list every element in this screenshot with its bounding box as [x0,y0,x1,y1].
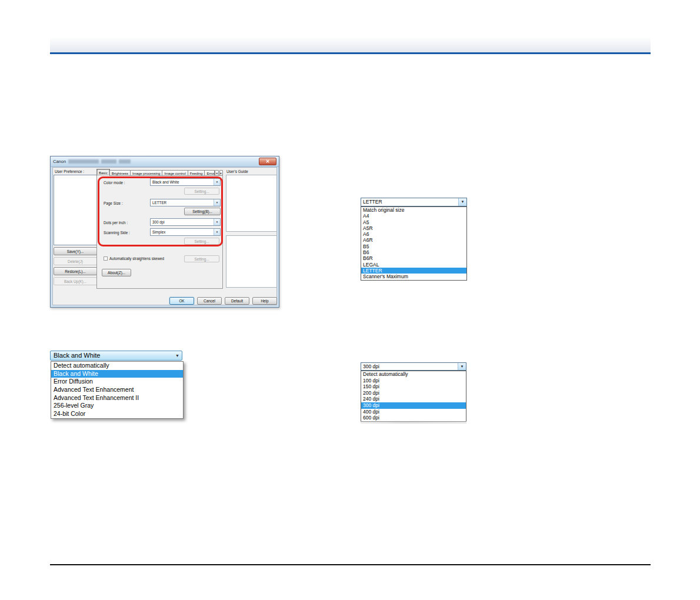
users-guide-panel-bottom [226,235,277,288]
chevron-down-icon: ▼ [458,363,466,370]
page-header-rule [50,33,651,54]
deskew-checkbox-label: Automatically straightens skewed [109,256,164,261]
page-size-select[interactable]: LETTER ▼ [150,199,221,206]
color-mode-options-list: Detect automatically Black and White Err… [51,361,184,419]
scanning-side-setting-button[interactable]: Setting... [184,238,219,245]
list-item[interactable]: 240 dpi [361,396,466,402]
list-item[interactable]: Advanced Text Enhancement [51,386,183,394]
chevron-down-icon: ▼ [214,229,220,235]
list-item[interactable]: Detect automatically [51,362,183,370]
list-item-selected[interactable]: Black and White [51,370,183,378]
dialog-titlebar[interactable]: Canon ✕ [51,156,279,167]
chevron-down-icon: ▼ [214,199,220,206]
scanning-side-label: Scanning Side : [104,231,130,235]
users-guide-panel-top [226,175,277,232]
page-footer-rule [50,564,651,565]
dpi-value: 300 dpi [152,220,165,224]
about-button[interactable]: About(Z)... [102,269,131,276]
list-item[interactable]: Scanner's Maximum [361,274,466,279]
ok-button[interactable]: OK [169,297,194,305]
list-item[interactable]: Detect automatically [361,371,466,378]
list-item[interactable]: 150 dpi [361,384,466,390]
list-item[interactable]: 600 dpi [361,415,466,421]
color-mode-select[interactable]: Black and White ▼ [150,178,221,186]
cropped-screenshot-edge [361,421,466,424]
list-item[interactable]: A6 [361,231,466,237]
chevron-down-icon: ▼ [214,219,220,225]
cancel-button[interactable]: Cancel [197,297,222,305]
default-button[interactable]: Default [225,297,249,305]
dpi-dropdown[interactable]: 300 dpi ▼ [361,362,466,371]
chevron-down-icon: ▼ [214,179,220,185]
page-size-value: LETTER [152,201,166,205]
users-guide-label: User's Guide [226,169,248,174]
scanning-side-select[interactable]: Simplex ▼ [150,228,221,236]
list-item-selected[interactable]: LETTER [361,268,466,274]
page-size-label: Page Size : [104,201,123,205]
backup-button[interactable]: Back Up(K)... [54,277,97,285]
scanning-side-value: Simplex [152,230,165,234]
dialog-title: Canon [53,159,66,164]
color-mode-dropdown-value: Black and White [54,352,100,359]
list-item[interactable]: Advanced Text Enhancement II [51,394,183,402]
redacted-title-segment [101,159,116,164]
list-item[interactable]: 400 dpi [361,409,466,415]
dpi-select[interactable]: 300 dpi ▼ [150,218,221,226]
deskew-checkbox-row[interactable]: Automatically straightens skewed [104,256,164,261]
list-item[interactable]: Match original size [361,207,466,213]
close-icon[interactable]: ✕ [259,158,276,165]
list-item[interactable]: LEGAL [361,262,466,268]
redacted-title-segment [119,159,131,164]
user-preference-listbox[interactable] [54,175,97,245]
list-item[interactable]: B5 [361,244,466,249]
dpi-label: Dots per inch : [104,221,128,225]
delete-button[interactable]: Delete(J) [54,257,97,265]
dpi-options-list: Detect automatically 100 dpi 150 dpi 200… [361,371,466,422]
list-item[interactable]: A5 [361,219,466,225]
redacted-title-segment [68,159,99,164]
chevron-down-icon: ▼ [175,351,179,360]
list-item[interactable]: 100 dpi [361,378,466,384]
deskew-setting-button[interactable]: Setting... [184,255,219,262]
user-preference-label: User Preference : [55,169,84,174]
list-item[interactable]: B6R [361,255,466,261]
page-size-setting-button[interactable]: Setting(B)... [184,208,221,215]
deskew-checkbox[interactable] [104,256,108,261]
scanner-properties-dialog: Canon ✕ User Preference : Save(Y)... Del… [50,156,279,308]
list-item[interactable]: 256-level Gray [51,402,183,410]
page-size-dropdown-value: LETTER [363,199,382,205]
color-mode-label: Color mode : [104,181,125,185]
list-item[interactable]: 24-bit Color [51,410,183,418]
dpi-dropdown-value: 300 dpi [363,364,379,369]
save-button[interactable]: Save(Y)... [54,247,97,255]
page-size-options-list: Match original size A4 A5 A5R A6 A6R B5 … [361,206,467,281]
color-mode-dropdown[interactable]: Black and White ▼ [50,351,182,361]
list-item[interactable]: A6R [361,237,466,243]
list-item[interactable]: A4 [361,213,466,219]
list-item[interactable]: A5R [361,225,466,231]
chevron-down-icon: ▼ [458,198,466,206]
help-button[interactable]: Help [252,297,277,305]
page-size-dropdown[interactable]: LETTER ▼ [361,198,467,206]
color-mode-setting-button[interactable]: Setting... [184,188,219,195]
list-item[interactable]: Error Diffusion [51,378,183,386]
list-item[interactable]: 200 dpi [361,390,466,396]
color-mode-value: Black and White [152,180,179,184]
restore-button[interactable]: Restore(L)... [54,267,97,275]
tab-basic[interactable]: Basic [96,169,110,176]
list-item-selected[interactable]: 300 dpi [361,402,466,409]
list-item[interactable]: B6 [361,249,466,255]
